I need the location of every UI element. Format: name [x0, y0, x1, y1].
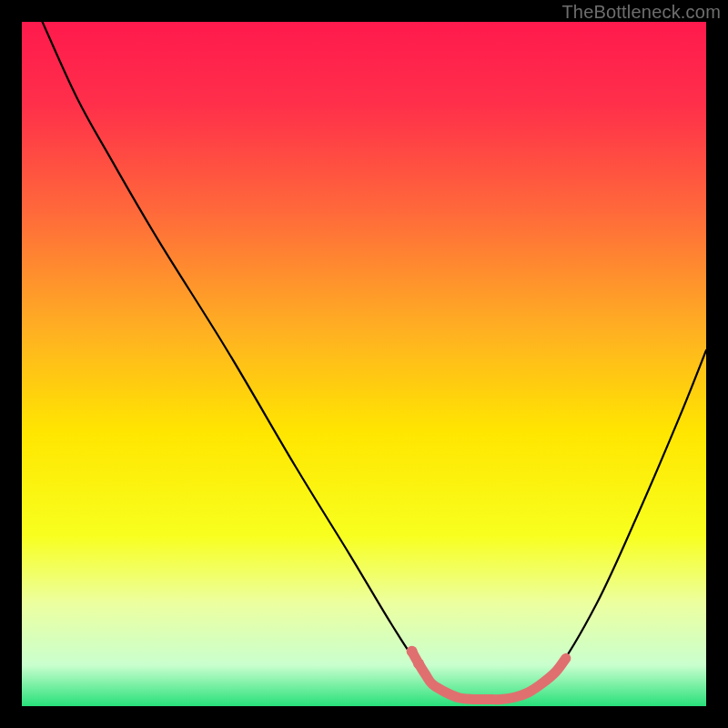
chart-plot-area — [22, 22, 706, 706]
chart-svg — [22, 22, 706, 706]
optimum-marker-dot — [407, 646, 418, 657]
watermark-text: TheBottleneck.com — [561, 2, 721, 23]
optimum-marker-dot — [413, 658, 424, 669]
chart-background — [22, 22, 706, 706]
